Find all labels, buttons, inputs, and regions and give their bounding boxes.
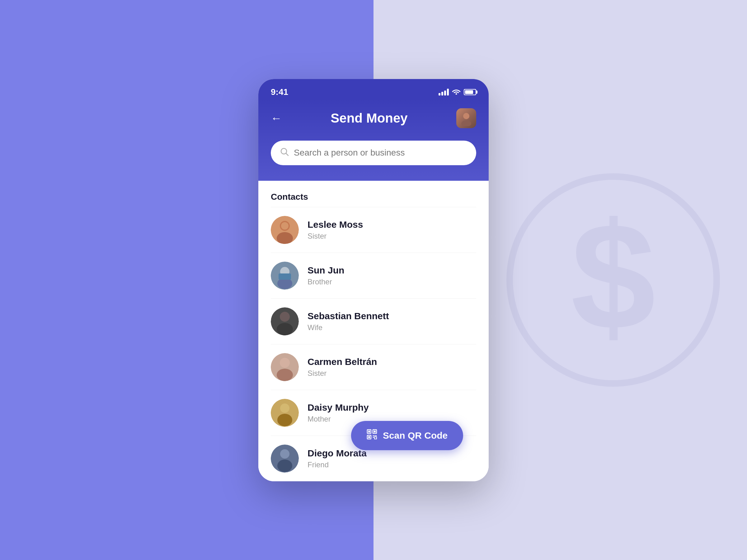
contact-avatar [271, 262, 299, 290]
svg-rect-29 [374, 431, 376, 432]
contact-info: Diego Morata Friend [308, 448, 476, 469]
svg-point-18 [280, 358, 290, 368]
scan-qr-label: Scan QR Code [383, 430, 447, 441]
status-time: 9:41 [271, 87, 288, 97]
contact-relation: Friend [308, 460, 476, 469]
contact-info: Sebastian Bennett Wife [308, 311, 476, 332]
svg-point-15 [280, 312, 290, 322]
svg-rect-36 [376, 435, 377, 436]
page-title: Send Money [331, 111, 407, 126]
search-bar[interactable] [271, 141, 476, 165]
contact-item[interactable]: Leslee Moss Sister [271, 207, 476, 252]
svg-point-21 [280, 403, 289, 413]
svg-line-5 [286, 153, 288, 156]
scan-qr-button[interactable]: Scan QR Code [351, 421, 463, 450]
contact-relation: Sister [308, 369, 476, 378]
status-bar: 9:41 [258, 79, 489, 99]
phone-content: Contacts Leslee Moss Sister Sun Jun Brot… [258, 181, 489, 481]
phone-frame: 9:41 ← Send Money [258, 79, 489, 481]
back-button[interactable]: ← [271, 113, 282, 124]
contact-name: Daisy Murphy [308, 402, 476, 413]
contacts-label: Contacts [271, 181, 476, 207]
svg-point-22 [277, 414, 292, 426]
svg-rect-32 [373, 435, 374, 436]
svg-rect-35 [375, 437, 377, 439]
svg-point-2 [463, 113, 469, 119]
search-icon [280, 148, 289, 158]
contact-item[interactable]: Carmen Beltrán Sister [271, 344, 476, 390]
svg-point-16 [277, 323, 293, 336]
contact-name: Sun Jun [308, 265, 476, 276]
contact-relation: Wife [308, 323, 476, 332]
contact-avatar [271, 308, 299, 336]
contact-avatar [271, 399, 299, 427]
contact-item[interactable]: Sun Jun Brother [271, 253, 476, 298]
header-top: ← Send Money [271, 108, 476, 128]
user-avatar[interactable] [456, 108, 476, 128]
svg-point-9 [281, 222, 288, 230]
svg-text:$: $ [571, 191, 656, 362]
search-input[interactable] [294, 148, 467, 158]
contact-avatar [271, 216, 299, 244]
contact-info: Daisy Murphy Mother [308, 402, 476, 423]
svg-point-3 [461, 121, 471, 126]
contact-name: Leslee Moss [308, 219, 476, 230]
contact-avatar [271, 445, 299, 473]
battery-icon [464, 89, 476, 95]
contact-info: Leslee Moss Sister [308, 219, 476, 240]
contact-item[interactable]: Sebastian Bennett Wife [271, 299, 476, 344]
contact-info: Sun Jun Brother [308, 265, 476, 286]
signal-icon [439, 89, 449, 96]
svg-point-25 [277, 459, 292, 472]
qr-icon [367, 429, 377, 442]
status-icons [439, 88, 476, 97]
svg-rect-34 [373, 437, 374, 438]
svg-rect-33 [375, 435, 376, 436]
wifi-icon [452, 88, 461, 97]
svg-rect-31 [368, 436, 370, 438]
contact-info: Carmen Beltrán Sister [308, 356, 476, 378]
contact-avatar [271, 353, 299, 381]
svg-rect-13 [279, 273, 291, 280]
contact-name: Carmen Beltrán [308, 356, 476, 367]
svg-point-19 [277, 369, 293, 381]
svg-point-24 [280, 449, 289, 459]
dollar-watermark: $ [504, 171, 722, 389]
contact-name: Sebastian Bennett [308, 311, 476, 321]
app-header: ← Send Money [258, 99, 489, 181]
contact-relation: Sister [308, 232, 476, 240]
contact-relation: Brother [308, 277, 476, 286]
svg-rect-27 [368, 431, 370, 432]
